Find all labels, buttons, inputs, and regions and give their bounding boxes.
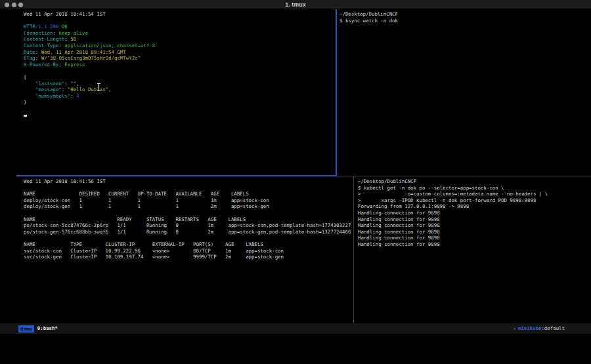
terminal-line: > xargs -IPOD kubectl -n dok port-forwar…: [358, 197, 589, 204]
terminal-line: }: [24, 99, 332, 106]
terminal-line: [24, 235, 352, 241]
status-right: ✳ minikube :default: [514, 323, 565, 334]
terminal-line: Forwarding from 127.0.0.1:9898 -> 9898: [358, 203, 589, 210]
tmux-status-bar: demo 0:bash* ✳ minikube :default: [0, 323, 591, 334]
terminal-line: deploy/stock-con 1 1 1 1 1m app=stock-co…: [24, 197, 352, 204]
session-name-badge: demo: [18, 325, 34, 333]
kube-namespace-label: :default: [541, 323, 565, 334]
terminal-line: $ kubectl get -n dok po --selector=app=s…: [358, 185, 589, 192]
terminal-line: NAME READY STATUS RESTARTS AGE LABELS: [24, 216, 352, 223]
pane-divider-vertical[interactable]: [353, 176, 354, 323]
pane-port-forward[interactable]: ~/Desktop/DublinCNCF$ kubectl get -n dok…: [358, 178, 589, 321]
pane-kubectl-get[interactable]: Wed 11 Apr 2018 10:41:56 ISTNAME DESIRED…: [24, 178, 352, 321]
pane-divider-horizontal-active[interactable]: [16, 175, 337, 176]
terminal-line: Handling connection for 9898: [358, 229, 589, 235]
terminal-line: Wed 11 Apr 2018 10:41:54 IST: [24, 11, 332, 18]
terminal-line: ~/Desktop/DublinCNCF: [339, 11, 589, 18]
terminal-window: 1. tmux Wed 11 Apr 2018 10:41:54 IST HTT…: [0, 0, 591, 364]
terminal-line: "lastseen": "",: [24, 81, 332, 87]
terminal-line: NAME DESIRED CURRENT UP-TO-DATE AVAILABL…: [24, 191, 352, 197]
terminal-line: [24, 106, 332, 112]
terminal-line: $ ksync watch -n dok: [339, 18, 589, 24]
terminal-line: [24, 210, 352, 216]
terminal-line: po/stock-con-5cc874766c-2p6rp 1/1 Runnin…: [24, 222, 352, 229]
terminal-line: Handling connection for 9898: [358, 235, 589, 241]
terminal-line: Content-Type: application/json; charset=…: [24, 43, 332, 49]
terminal-line: NAME TYPE CLUSTER-IP EXTERNAL-IP PORT(S)…: [24, 241, 352, 248]
pane-http-response[interactable]: Wed 11 Apr 2018 10:41:54 IST HTTP/1.1 20…: [24, 11, 332, 174]
terminal-line: Date: Wed, 11 Apr 2018 09:41:54 GMT: [24, 49, 332, 56]
terminal-line: > -o=custom-columns=:metadata.name --no-…: [358, 191, 589, 197]
terminal-line: ETag: W/"38-05coCsrg3mQ75sHr1d/qcMTwYZc": [24, 55, 332, 62]
terminal-line: Handling connection for 9898: [358, 241, 589, 248]
terminal-line: svc/stock-gen ClusterIP 10.109.197.74 <n…: [24, 254, 352, 260]
pane-divider-horizontal[interactable]: [337, 176, 591, 176]
helm-icon: ✳: [514, 323, 516, 334]
window-tab-active[interactable]: 0:bash*: [37, 323, 58, 334]
pane-ksync-watch[interactable]: ~/Desktop/DublinCNCF$ ksync watch -n dok: [339, 11, 589, 174]
tmux-pane-grid: Wed 11 Apr 2018 10:41:54 IST HTTP/1.1 20…: [0, 9, 591, 323]
terminal-line: "message": "Hello Dublin",: [24, 87, 332, 93]
terminal-line: Handling connection for 9898: [358, 216, 589, 223]
terminal-line: "numsymbols": 4: [24, 93, 332, 100]
window-title: 1. tmux: [0, 1, 591, 8]
terminal-line: po/stock-gen-576cc688bb-swqf6 1/1 Runnin…: [24, 229, 352, 235]
terminal-line: Handling connection for 9898: [358, 222, 589, 229]
terminal-line: svc/stock-con ClusterIP 10.99.222.96 <no…: [24, 248, 352, 254]
terminal-line: HTTP/1.1 200 OK: [24, 24, 332, 30]
terminal-line: Wed 11 Apr 2018 10:41:56 IST: [24, 178, 352, 185]
terminal-line: X-Powered-By: Express: [24, 62, 332, 68]
terminal-line: {: [24, 74, 332, 81]
status-left: demo 0:bash*: [18, 323, 58, 334]
kube-context-label: minikube: [518, 323, 542, 334]
terminal-line: Connection: keep-alive: [24, 30, 332, 37]
terminal-line: [24, 18, 332, 24]
pane-divider-vertical-active[interactable]: [336, 9, 337, 176]
terminal-line: [24, 185, 352, 192]
terminal-line: deploy/stock-gen 1 1 1 1 2m app=stock-ge…: [24, 203, 352, 210]
terminal-line: [24, 68, 332, 74]
terminal-line: [24, 112, 332, 119]
title-bar[interactable]: 1. tmux: [0, 0, 591, 9]
text-cursor-pointer: [96, 83, 102, 92]
terminal-line: ~/Desktop/DublinCNCF: [358, 178, 589, 185]
terminal-line: Content-Length: 56: [24, 36, 332, 43]
terminal-line: Handling connection for 9898: [358, 210, 589, 216]
